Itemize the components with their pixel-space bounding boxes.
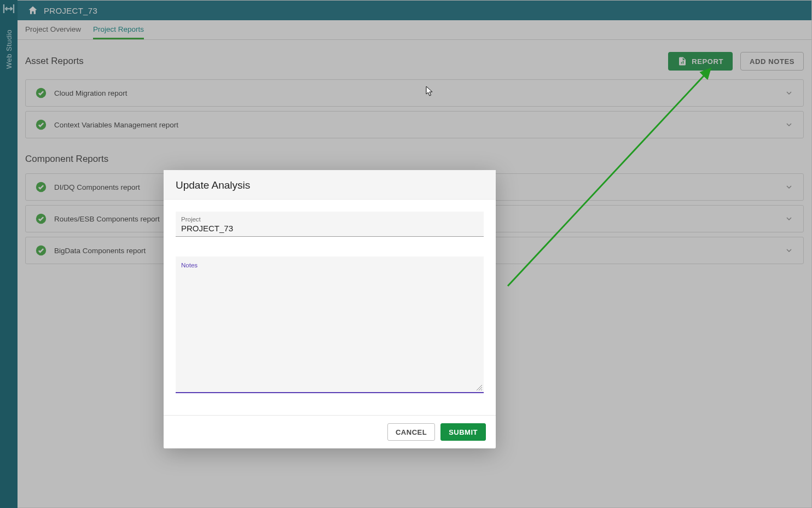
project-field-label: Project (181, 216, 478, 223)
notes-field-label: Notes (181, 262, 478, 268)
resize-handle-icon (476, 384, 483, 391)
dialog-title: Update Analysis (176, 179, 484, 191)
submit-button[interactable]: SUBMIT (440, 423, 486, 441)
update-analysis-dialog: Update Analysis Project PROJECT_73 Notes… (164, 170, 496, 448)
cancel-button[interactable]: CANCEL (387, 423, 435, 441)
dialog-header: Update Analysis (164, 170, 496, 200)
notes-field[interactable]: Notes (176, 256, 484, 393)
submit-button-label: SUBMIT (449, 428, 478, 436)
dialog-footer: CANCEL SUBMIT (164, 415, 496, 448)
cancel-button-label: CANCEL (396, 428, 427, 436)
project-field-value: PROJECT_73 (181, 224, 478, 233)
dialog-body: Project PROJECT_73 Notes (164, 200, 496, 415)
notes-textarea[interactable] (181, 270, 478, 382)
project-field: Project PROJECT_73 (176, 212, 484, 237)
